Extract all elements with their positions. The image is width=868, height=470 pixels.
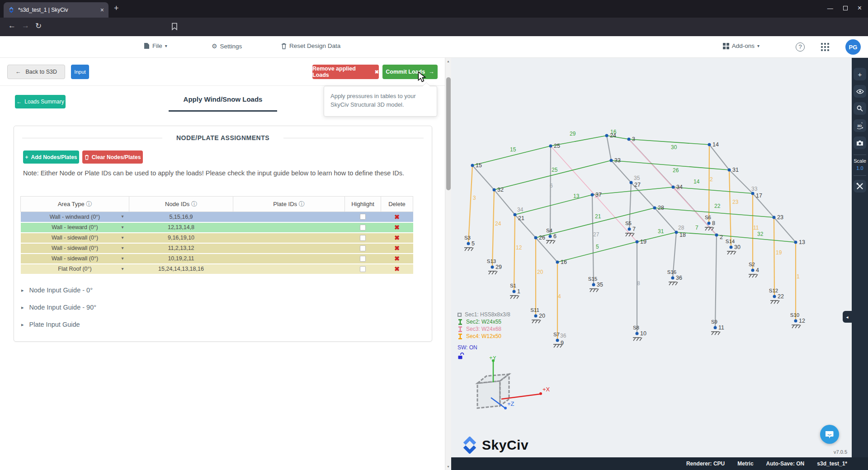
plate-ids-cell[interactable]	[233, 222, 345, 233]
node-23[interactable]	[773, 216, 776, 219]
autosave-status[interactable]: Auto-Save: ON	[766, 461, 805, 467]
guide-node-input-90[interactable]: ▸ Node Input Guide - 90°	[21, 304, 96, 311]
node-37[interactable]	[591, 193, 594, 197]
node-17[interactable]	[751, 192, 755, 195]
chat-support-button[interactable]	[820, 425, 839, 444]
node-12[interactable]	[794, 320, 797, 323]
legend-item[interactable]: Sec3: W24x68	[458, 325, 510, 333]
node-11[interactable]	[714, 326, 717, 329]
member-37-34[interactable]	[592, 187, 673, 195]
node-ids-cell[interactable]: 10,19,2,11	[129, 254, 233, 264]
delete-row-button[interactable]: ✖	[394, 224, 400, 231]
member-15-5[interactable]	[468, 165, 472, 244]
highlight-checkbox[interactable]	[360, 266, 366, 272]
window-maximize-icon[interactable]	[843, 6, 848, 10]
guide-node-input-0[interactable]: ▸ Node Input Guide - 0°	[21, 287, 93, 294]
node-5[interactable]	[467, 242, 470, 245]
nav-forward-icon[interactable]: →	[22, 21, 29, 30]
highlight-checkbox[interactable]	[360, 235, 366, 241]
node-29[interactable]	[491, 266, 494, 269]
area-type-cell[interactable]: Flat Roof (0°)▾	[21, 264, 129, 274]
advanced-tools-button[interactable]	[854, 180, 866, 193]
plate-ids-cell[interactable]	[233, 264, 345, 274]
tab-apply-wind-snow-loads[interactable]: Apply Wind/Snow Loads	[169, 95, 277, 103]
member-37-35[interactable]	[592, 195, 594, 285]
node-21[interactable]	[514, 213, 517, 216]
node-32[interactable]	[493, 188, 496, 192]
node-26[interactable]	[534, 236, 538, 240]
node-35[interactable]	[592, 283, 595, 287]
member-34-17[interactable]	[673, 187, 753, 193]
node-10[interactable]	[636, 332, 639, 335]
guide-plate-input[interactable]: ▸ Plate Input Guide	[21, 321, 80, 328]
window-close-icon[interactable]: ×	[858, 4, 862, 12]
self-weight-status[interactable]: SW: ON	[458, 344, 477, 351]
commit-loads-button[interactable]: Commit Loads →	[382, 65, 438, 79]
member-33-27[interactable]	[611, 160, 631, 183]
scale-value[interactable]: 1.0	[852, 165, 868, 171]
nav-reload-icon[interactable]: ↻	[35, 21, 42, 31]
member-25-6[interactable]	[550, 146, 551, 236]
unlock-icon[interactable]	[458, 352, 464, 360]
node-34[interactable]	[672, 186, 675, 189]
node-14[interactable]	[708, 143, 711, 146]
member-21-1[interactable]	[514, 215, 515, 291]
node-1[interactable]	[513, 290, 516, 293]
node-ids-cell[interactable]: 12,13,14,8	[129, 222, 233, 233]
scroll-down-icon[interactable]: ▼	[447, 465, 450, 468]
highlight-checkbox[interactable]	[360, 225, 366, 230]
file-menu[interactable]: File ▾	[144, 42, 167, 49]
member-24-33[interactable]	[607, 136, 611, 160]
member-2-11[interactable]	[715, 235, 717, 328]
structural-3d-viewer[interactable]: 1529163025261314212253173232412204223111…	[451, 58, 868, 457]
avatar[interactable]: PG	[845, 39, 861, 55]
area-type-cell[interactable]: Wall - sidewall (0°)▾	[21, 233, 129, 243]
member-28-23[interactable]	[655, 208, 774, 217]
member-31-17[interactable]	[729, 170, 753, 193]
node-ids-cell[interactable]: 9,16,19,10	[129, 233, 233, 243]
addons-menu[interactable]: Add-ons ▾	[723, 42, 760, 49]
help-button[interactable]: ?	[796, 42, 805, 52]
node-25[interactable]	[549, 145, 552, 148]
node-33[interactable]	[610, 159, 613, 162]
highlight-checkbox[interactable]	[360, 214, 366, 220]
area-type-cell[interactable]: Wall - sidewall (0°)▾	[21, 254, 129, 264]
member-3-14[interactable]	[629, 139, 709, 145]
node-2[interactable]	[715, 234, 718, 237]
area-type-cell[interactable]: Wall - sidewall (0°)▾	[21, 243, 129, 254]
node-7[interactable]	[628, 228, 631, 231]
node-16[interactable]	[556, 261, 559, 264]
node-22[interactable]	[773, 295, 776, 298]
node-31[interactable]	[728, 169, 731, 172]
member-31-30[interactable]	[729, 170, 731, 247]
node-20[interactable]	[534, 315, 538, 318]
delete-row-button[interactable]: ✖	[394, 265, 400, 273]
legend-item[interactable]: Sec2: W24x55	[458, 318, 510, 325]
legend-item[interactable]: Sec1: HSS8x8x3/8	[458, 311, 510, 318]
reset-design-data[interactable]: Reset Design Data	[281, 42, 340, 49]
node-ids-cell[interactable]: 15,24,14,13,18,16	[129, 264, 233, 274]
node-24[interactable]	[605, 134, 609, 137]
plate-ids-cell[interactable]	[233, 212, 345, 222]
visibility-tool-button[interactable]	[854, 85, 866, 98]
loads-summary-button[interactable]: ← Loads Summary	[15, 95, 66, 108]
window-minimize-icon[interactable]: —	[827, 5, 833, 12]
add-nodes-plates-button[interactable]: + Add Nodes/Plates	[23, 150, 79, 164]
input-button[interactable]: Input	[71, 65, 89, 79]
member-23-13[interactable]	[774, 217, 796, 242]
nav-back-icon[interactable]: ←	[8, 21, 16, 30]
area-type-cell[interactable]: Wall - leeward (0°)▾	[21, 222, 129, 233]
node-3[interactable]	[627, 138, 631, 141]
plate-ids-cell[interactable]	[233, 254, 345, 264]
add-tool-button[interactable]: +	[854, 68, 866, 80]
member-32-21[interactable]	[494, 190, 515, 215]
member-14-8[interactable]	[709, 145, 709, 223]
node-19[interactable]	[636, 240, 639, 244]
units-status[interactable]: Metric	[737, 461, 753, 467]
scroll-up-icon[interactable]: ▲	[447, 60, 450, 63]
member-21-37[interactable]	[515, 195, 592, 215]
node-6[interactable]	[549, 235, 552, 238]
info-icon[interactable]: ⓘ	[86, 201, 92, 207]
area-type-cell[interactable]: Wall - windward (0°)▾	[21, 212, 129, 222]
legend-item[interactable]: Sec4: W12x50	[458, 333, 510, 340]
